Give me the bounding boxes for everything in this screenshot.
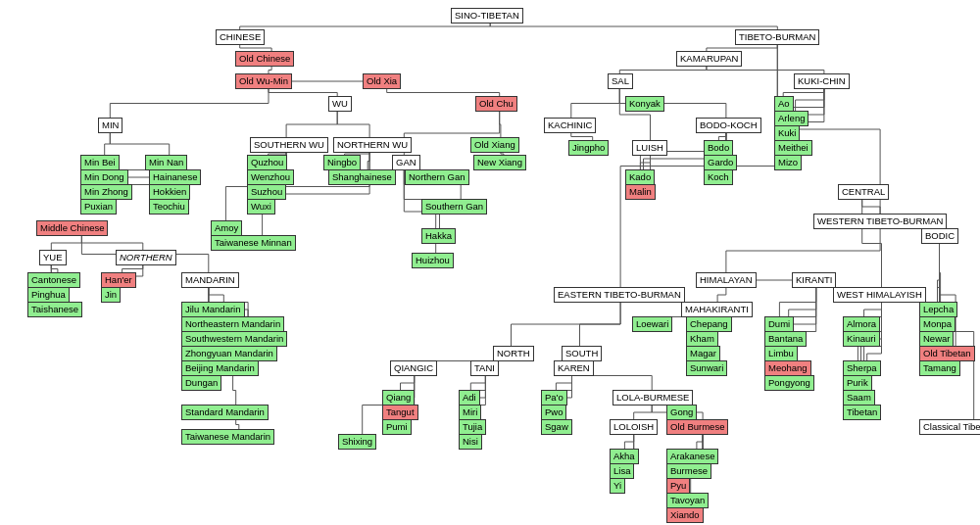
node-burmese: Burmese [666, 463, 711, 479]
node-huizhou: Huizhou [412, 253, 454, 268]
node-bantana: Bantana [764, 331, 807, 347]
node-meohang: Meohang [764, 360, 811, 376]
node-pyu: Pyu [666, 478, 690, 494]
node-teochiu: Teochiu [149, 199, 189, 215]
node-west-himalayish: WEST HIMALAYISH [833, 287, 926, 303]
node-lepcha: Lepcha [919, 302, 957, 317]
language-tree: SINO-TIBETANCHINESETIBETO-BURMANOld Chin… [0, 0, 980, 525]
node-newar: Newar [919, 331, 954, 347]
node-qiang: Qiang [382, 390, 415, 406]
node-haner: Han'er [101, 272, 136, 288]
node-kuki: Kuki [774, 125, 800, 141]
node-kado: Kado [625, 169, 655, 185]
node-lisa: Lisa [610, 463, 634, 479]
node-loewari: Loewari [632, 316, 672, 332]
node-gardo: Gardo [704, 155, 737, 170]
node-karen: KAREN [554, 360, 594, 376]
node-arleng: Arleng [774, 111, 808, 126]
node-sgaw: Sgaw [541, 419, 572, 435]
node-mandarin: MANDARIN [181, 272, 239, 288]
node-puxian: Puxian [80, 199, 117, 215]
node-tamang: Tamang [919, 360, 960, 376]
node-min-bei: Min Bei [80, 155, 120, 170]
node-northern: NORTHERN [116, 250, 176, 265]
node-southern-wu: SOUTHERN WU [250, 137, 328, 153]
node-chinese: CHINESE [216, 29, 265, 45]
node-southwestern-mandarin: Southwestern Mandarin [181, 331, 287, 347]
node-old-xiang: Old Xiang [470, 137, 519, 153]
node-min: MIN [98, 118, 122, 133]
node-yue: YUE [39, 250, 67, 265]
node-sal: SAL [608, 73, 633, 89]
node-min-dong: Min Dong [80, 169, 128, 185]
node-ningbo: Ningbo [323, 155, 361, 170]
node-ao: Ao [774, 96, 794, 112]
node-pumi: Pumi [382, 419, 412, 435]
node-bodo: Bodo [704, 140, 733, 156]
node-bodo-koch: BODO-KOCH [696, 118, 761, 133]
node-beijing-mandarin: Beijing Mandarin [181, 360, 259, 376]
node-wu: WU [328, 96, 352, 112]
node-dumi: Dumi [764, 316, 794, 332]
node-taiwanese-minnan: Taiwanese Minnan [211, 235, 296, 251]
node-min-nan: Min Nan [145, 155, 187, 170]
node-bodic: BODIC [921, 228, 958, 244]
node-qiangic: QIANGIC [390, 360, 437, 376]
node-loloish: LOLOISH [610, 419, 658, 435]
node-amoy: Amoy [211, 220, 242, 236]
node-suzhou: Suzhou [247, 184, 286, 200]
node-kinauri: Kinauri [843, 331, 880, 347]
node-shixing: Shixing [338, 434, 376, 450]
node-hokkien: Hokkien [149, 184, 190, 200]
node-arakanese: Arakanese [666, 449, 718, 464]
node-northern-gan: Northern Gan [405, 169, 469, 185]
node-miri: Miri [459, 405, 481, 420]
node-southern-gan: Southern Gan [421, 199, 487, 215]
node-min-zhong: Min Zhong [80, 184, 132, 200]
node-malin: Malin [625, 184, 656, 200]
node-mizo: Mizo [774, 155, 802, 170]
node-yi: Yi [610, 478, 625, 494]
node-sunwari: Sunwari [686, 360, 727, 376]
node-jingpho: Jingpho [568, 140, 609, 156]
node-zhongyuan-mandarin: Zhongyuan Mandarin [181, 346, 277, 361]
node-monpa: Monpa [919, 316, 956, 332]
node-old-chu: Old Chu [475, 96, 517, 112]
node-pinghua: Pinghua [27, 287, 70, 303]
node-tavoyan: Tavoyan [666, 493, 709, 508]
node-old-xia: Old Xia [363, 73, 401, 89]
node-gong: Gong [666, 405, 697, 420]
node-old-burmese: Old Burmese [666, 419, 728, 435]
node-mahakiranti: MAHAKIRANTI [681, 302, 753, 317]
node-central: CENTRAL [838, 184, 889, 200]
node-taishanese: Taishanese [27, 302, 82, 317]
node-classical-tibetan: Classical Tibetan [919, 419, 980, 435]
node-cantonese: Cantonese [27, 272, 80, 288]
node-kiranti: KIRANTI [792, 272, 836, 288]
node-konyak: Konyak [625, 96, 664, 112]
node-wenzhou: Wenzhou [247, 169, 294, 185]
node-tujia: Tujia [459, 419, 486, 435]
node-nisi: Nisi [459, 434, 482, 450]
node-tibeto-burman: TIBETO-BURMAN [735, 29, 819, 45]
node-middle-chinese: Middle Chinese [36, 220, 108, 236]
node-akha: Akha [610, 449, 639, 464]
node-tangut: Tangut [382, 405, 418, 420]
node-pwo: Pwo [541, 405, 566, 420]
node-standard-mandarin: Standard Mandarin [181, 405, 269, 420]
node-tani: TANI [470, 360, 499, 376]
node-northern-wu: NORTHERN WU [333, 137, 412, 153]
node-xiando: Xiando [666, 507, 704, 523]
node-north: NORTH [493, 346, 534, 361]
node-hakka: Hakka [421, 228, 456, 244]
node-dungan: Dungan [181, 375, 221, 391]
node-sherpa: Sherpa [843, 360, 881, 376]
node-western-tibeto-burman: WESTERN TIBETO-BURMAN [813, 214, 947, 229]
node-sino-tibetan: SINO-TIBETAN [451, 8, 523, 24]
node-chepang: Chepang [686, 316, 732, 332]
node-himalayan: HIMALAYAN [696, 272, 757, 288]
node-northeastern-mandarin: Northeastern Mandarin [181, 316, 284, 332]
node-purik: Purik [843, 375, 872, 391]
node-eastern-tibeto-burman: EASTERN TIBETO-BURMAN [554, 287, 685, 303]
node-meithei: Meithei [774, 140, 812, 156]
